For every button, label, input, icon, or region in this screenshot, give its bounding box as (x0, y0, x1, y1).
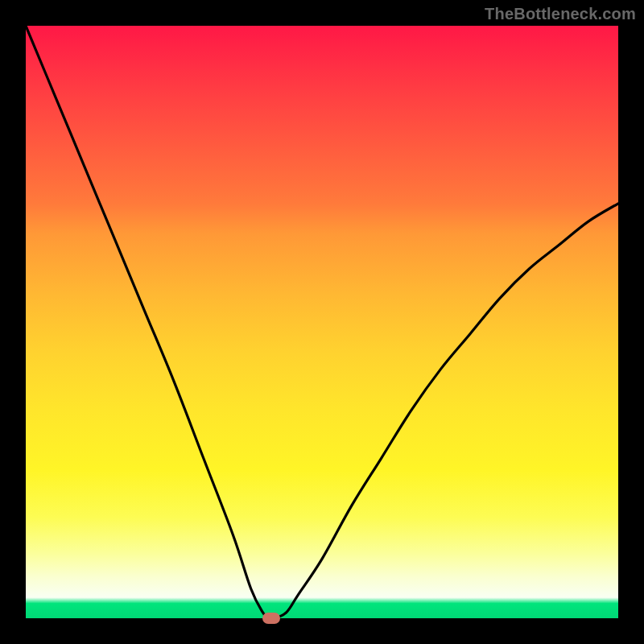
chart-frame: TheBottleneck.com (0, 0, 644, 644)
plot-area (26, 26, 618, 618)
watermark-text: TheBottleneck.com (485, 5, 636, 23)
bottleneck-curve (26, 26, 618, 618)
optimum-marker (262, 613, 280, 624)
